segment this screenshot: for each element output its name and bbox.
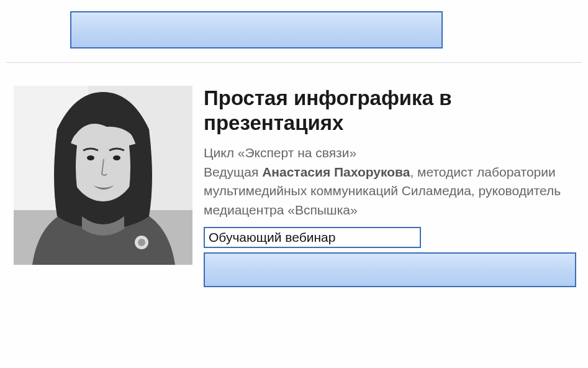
article-meta: Цикл «Эксперт на связи» Ведущая Анастаси… (204, 144, 576, 219)
top-highlight-box (70, 11, 443, 48)
article-title: Простая инфографика в презентациях (204, 86, 576, 135)
svg-point-8 (138, 239, 145, 246)
presenter-photo (14, 86, 192, 265)
cta-button[interactable] (204, 252, 576, 287)
portrait-illustration (14, 86, 192, 265)
horizontal-divider (6, 62, 582, 63)
presenter-line: Ведущая Анастасия Пахорукова, методист л… (204, 163, 576, 219)
article-content: Простая инфографика в презентациях Цикл … (204, 86, 576, 219)
presenter-prefix: Ведущая (204, 165, 262, 179)
svg-point-5 (87, 155, 94, 160)
presenter-name: Анастасия Пахорукова (262, 165, 410, 179)
tag-box: Обучающий вебинар (204, 227, 421, 248)
svg-point-6 (113, 155, 120, 160)
series-line: Цикл «Эксперт на связи» (204, 144, 576, 162)
tag-label: Обучающий вебинар (209, 230, 335, 245)
